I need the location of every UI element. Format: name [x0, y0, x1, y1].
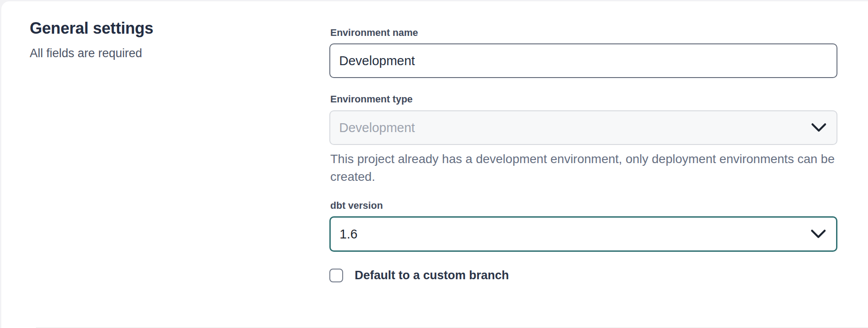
environment-type-value: Development [339, 121, 415, 135]
dbt-version-select[interactable]: 1.6 [329, 216, 837, 252]
page-title: General settings [30, 19, 153, 38]
page-subtitle: All fields are required [30, 47, 142, 60]
environment-type-help-text: This project already has a development e… [330, 150, 838, 186]
environment-name-label: Environment name [330, 27, 418, 39]
environment-type-select: Development [329, 110, 837, 145]
dbt-version-label: dbt version [330, 200, 383, 211]
chevron-down-icon [811, 123, 827, 133]
chevron-down-icon [810, 229, 826, 239]
custom-branch-label: Default to a custom branch [355, 269, 509, 282]
general-settings-form: Environment name Environment type Develo… [329, 1, 837, 328]
environment-type-label: Environment type [330, 94, 413, 105]
dbt-version-value: 1.6 [340, 227, 357, 242]
custom-branch-row[interactable]: Default to a custom branch [329, 269, 509, 282]
environment-name-input[interactable] [329, 43, 837, 78]
settings-card: General settings All fields are required… [1, 1, 868, 328]
custom-branch-checkbox[interactable] [329, 269, 343, 282]
